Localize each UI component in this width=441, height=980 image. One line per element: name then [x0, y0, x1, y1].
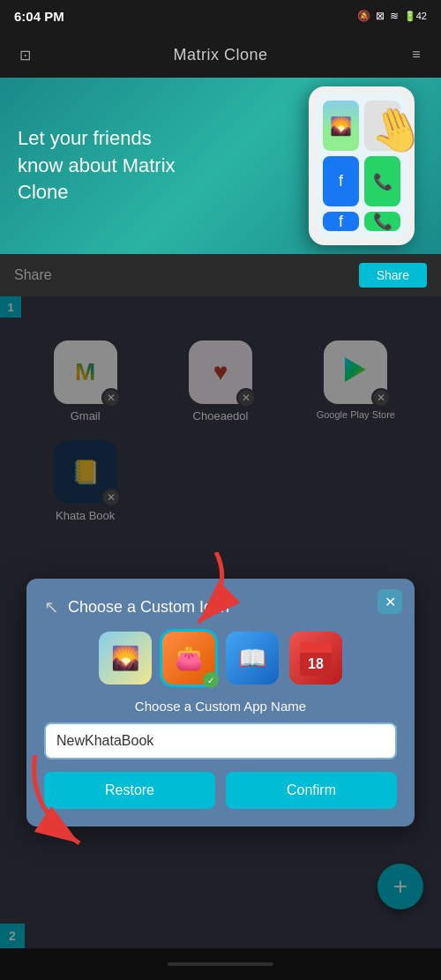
banner-text: Let your friends know about Matrix Clone	[18, 125, 194, 206]
icon-choice-wallet[interactable]: 👛 ✓	[162, 632, 215, 685]
cursor-icon: ↖	[44, 596, 59, 617]
status-time: 6:04 PM	[14, 9, 64, 24]
wifi-icon: ≋	[390, 10, 399, 22]
app-bar: ⊡ Matrix Clone ≡	[0, 32, 441, 78]
dialog-title: Choose a Custom Icon	[68, 598, 229, 617]
share-label: Share	[14, 267, 52, 283]
banner: Let your friends know about Matrix Clone…	[0, 78, 441, 254]
screen-icon[interactable]: ⊡	[14, 44, 35, 65]
battery-icon: 🔋42	[404, 11, 427, 22]
confirm-button[interactable]: Confirm	[226, 772, 397, 809]
wallet-emoji: 👛	[175, 645, 203, 672]
app-bar-title: Matrix Clone	[173, 46, 267, 64]
icon-choice-gallery[interactable]: 🌄	[99, 632, 152, 685]
custom-icon-dialog: ✕ ↖ Choose a Custom Icon 🌄 👛 ✓ 📖	[26, 579, 415, 827]
dialog-buttons: Restore Confirm	[44, 772, 397, 809]
custom-name-label: Choose a Custom App Name	[44, 699, 397, 714]
svg-text:18: 18	[308, 656, 324, 671]
svg-rect-5	[300, 649, 332, 653]
share-button[interactable]: Share	[359, 263, 427, 288]
phone-app-wa: 📞	[364, 156, 400, 206]
dialog-close-button[interactable]: ✕	[377, 589, 402, 614]
phone-app-fb2: f	[323, 212, 359, 231]
app-bar-icons: ≡	[406, 44, 427, 65]
icon-choices: 🌄 👛 ✓ 📖 18	[44, 632, 397, 685]
share-bar: Share Share	[0, 254, 441, 296]
restore-button[interactable]: Restore	[44, 772, 215, 809]
dialog-header: ↖ Choose a Custom Icon	[44, 596, 397, 617]
phone-mountain-app	[323, 101, 359, 151]
icon-choice-calendar[interactable]: 18	[289, 632, 342, 685]
menu-icon[interactable]: ≡	[406, 44, 427, 65]
signal-icon: ⊠	[376, 10, 385, 22]
phone-app-wa2: 📞	[364, 212, 400, 231]
wallet-check-badge: ✓	[203, 672, 219, 688]
status-bar: 6:04 PM 🔕 ⊠ ≋ 🔋42	[0, 0, 441, 32]
icon-choice-book[interactable]: 📖	[226, 632, 279, 685]
phone-app-fb: f	[323, 156, 359, 206]
main-content: 1 M ✕ Gmail ♥ ✕ Choeaedol	[0, 296, 441, 980]
app-name-input[interactable]	[44, 722, 397, 759]
calendar-svg: 18	[298, 639, 333, 677]
status-icons: 🔕 ⊠ ≋ 🔋42	[357, 10, 427, 22]
mute-icon: 🔕	[357, 10, 370, 22]
